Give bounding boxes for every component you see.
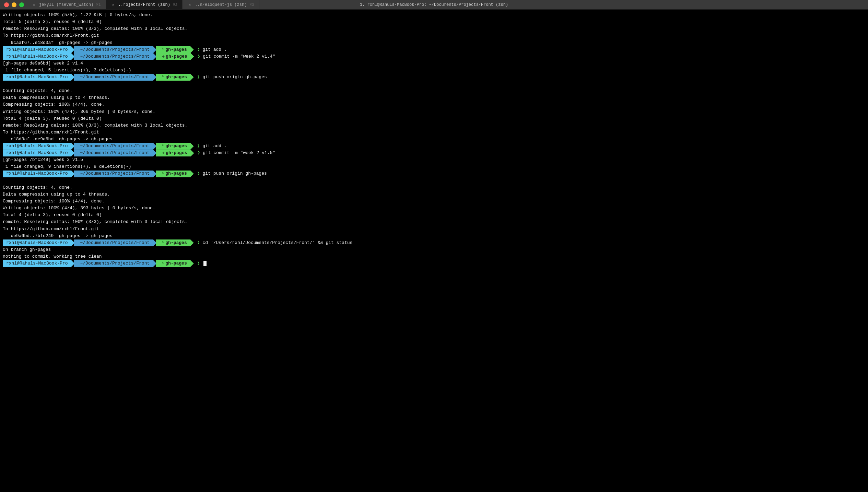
tab-tab2[interactable]: ✕..rojects/Front (zsh)⌘2 [106,0,183,9]
arrow-segment: ❯ [195,74,202,81]
arrow-segment: ❯ [195,239,202,246]
user-host-segment: rxhl@Rahuls-MacBook-Pro [3,53,74,60]
fork-icon: ⑂ [162,261,164,267]
branch-segment: ✚ gh-pages [156,53,194,60]
user-host-segment: rxhl@Rahuls-MacBook-Pro [3,239,74,246]
fork-icon: ⑂ [162,47,164,52]
output-line: Delta compression using up to 4 threads. [3,191,865,198]
branch-segment: ⑂ gh-pages [156,260,193,267]
tab-shortcut: ⌘2 [173,2,177,7]
output-line: Compressing objects: 100% (4/4), done. [3,101,865,108]
output-line: 1 file changed, 9 insertions(+), 9 delet… [3,163,865,170]
output-line: Writing objects: 100% (4/4), 393 bytes |… [3,205,865,212]
arrow-segment: ❯ [195,260,202,267]
terminal-body: Writing objects: 100% (5/5), 1.22 KiB | … [0,10,868,492]
fork-icon: ⑂ [162,171,164,177]
path-segment: ~/Documents/Projects/Front [74,239,156,246]
output-line: Total 4 (delta 3), reused 0 (delta 0) [3,115,865,122]
prompt-line: rxhl@Rahuls-MacBook-Pro~/Documents/Proje… [3,260,865,267]
output-line: On branch gh-pages [3,246,865,253]
output-line: Total 4 (delta 3), reused 0 (delta 0) [3,212,865,219]
tab-label: ..rojects/Front (zsh) [118,2,170,7]
tab-shortcut: ⌘1 [96,2,101,7]
output-line: remote: Resolving deltas: 100% (3/3), co… [3,219,865,225]
fork-icon: ⑂ [162,143,164,149]
path-segment: ~/Documents/Projects/Front [74,150,156,156]
prompt-line: rxhl@Rahuls-MacBook-Pro~/Documents/Proje… [3,53,865,60]
user-host-segment: rxhl@Rahuls-MacBook-Pro [3,171,74,177]
output-line: e18d3af..de9a6bd gh-pages -> gh-pages [3,136,865,143]
output-line: To https://github.com/rxhl/Front.git [3,129,865,136]
output-line: nothing to commit, working tree clean [3,253,865,260]
arrow-segment: ❯ [195,171,202,177]
output-line: [gh-pages de9a6bd] week 2 v1.4 [3,60,865,67]
branch-segment: ⑂ gh-pages [156,74,193,81]
blank-line [3,177,865,184]
tabs-container: ✕jekyll (fsevent_watch)⌘1✕..rojects/Fron… [27,0,868,9]
arrow-segment: ❯ [195,143,202,150]
tab-label: jekyll (fsevent_watch) [39,2,93,7]
command-text: git add . [203,143,227,150]
output-line: Counting objects: 4, done. [3,184,865,191]
path-segment: ~/Documents/Projects/Front [74,260,156,267]
close-button[interactable] [4,2,9,7]
user-host-segment: rxhl@Rahuls-MacBook-Pro [3,150,74,156]
tab-close-icon[interactable]: ✕ [187,2,192,7]
arrow-segment: ❯ [195,46,202,53]
command-text: git add . [203,46,227,53]
branch-segment: ⑂ gh-pages [156,239,193,246]
fork-icon: ⑂ [162,240,164,246]
output-line: Compressing objects: 100% (4/4), done. [3,198,865,205]
branch-segment: ⑂ gh-pages [156,46,193,53]
output-line: Writing objects: 100% (4/4), 366 bytes |… [3,108,865,115]
user-host-segment: rxhl@Rahuls-MacBook-Pro [3,260,74,267]
plus-icon: ✚ [162,53,165,60]
tab-close-icon[interactable]: ✕ [111,2,116,7]
output-line: [gh-pages 7bfc249] week 2 v1.5 [3,156,865,163]
tab-tab3[interactable]: ✕..n/eloquent-js (zsh)⌘3 [183,0,259,9]
command-text: git push origin gh-pages [203,74,267,81]
user-host-segment: rxhl@Rahuls-MacBook-Pro [3,74,74,81]
path-segment: ~/Documents/Projects/Front [74,74,156,81]
output-line: Delta compression using up to 4 threads. [3,94,865,101]
maximize-button[interactable] [19,2,24,7]
prompt-line: rxhl@Rahuls-MacBook-Pro~/Documents/Proje… [3,74,865,81]
tab-tab1[interactable]: ✕jekyll (fsevent_watch)⌘1 [27,0,106,9]
path-segment: ~/Documents/Projects/Front [74,171,156,177]
path-segment: ~/Documents/Projects/Front [74,143,156,150]
prompt-line: rxhl@Rahuls-MacBook-Pro~/Documents/Proje… [3,239,865,246]
branch-segment: ✚ gh-pages [156,150,194,156]
command-text: git push origin gh-pages [203,170,267,177]
output-line: Total 5 (delta 3), reused 0 (delta 0) [3,19,865,25]
arrow-segment: ❯ [196,53,202,60]
user-host-segment: rxhl@Rahuls-MacBook-Pro [3,143,74,150]
prompt-line: rxhl@Rahuls-MacBook-Pro~/Documents/Proje… [3,46,865,53]
path-segment: ~/Documents/Projects/Front [74,53,156,60]
output-line: 9caaf67..e18d3af gh-pages -> gh-pages [3,39,865,46]
output-line: de9a6bd..7bfc249 gh-pages -> gh-pages [3,233,865,239]
branch-segment: ⑂ gh-pages [156,171,193,177]
prompt-line: rxhl@Rahuls-MacBook-Pro~/Documents/Proje… [3,150,865,156]
command-text: cd '/Users/rxhl/Documents/Projects/Front… [203,239,353,246]
user-host-segment: rxhl@Rahuls-MacBook-Pro [3,46,74,53]
fork-icon: ⑂ [162,74,164,80]
plus-icon: ✚ [162,150,165,156]
tab-close-icon[interactable]: ✕ [32,2,36,7]
titlebar: ✕jekyll (fsevent_watch)⌘1✕..rojects/Fron… [0,0,868,10]
output-line: remote: Resolving deltas: 100% (3/3), co… [3,25,865,32]
arrow-segment: ❯ [196,150,202,156]
command-text: git commit -m "week 2 v1.5" [203,150,275,156]
tab-shortcut: ⌘3 [249,2,254,7]
output-line: Counting objects: 4, done. [3,87,865,94]
path-segment: ~/Documents/Projects/Front [74,46,156,53]
blank-line [3,81,865,87]
prompt-line: rxhl@Rahuls-MacBook-Pro~/Documents/Proje… [3,143,865,150]
branch-segment: ⑂ gh-pages [156,143,193,150]
minimize-button[interactable] [12,2,16,7]
output-line: To https://github.com/rxhl/Front.git [3,32,865,39]
traffic-lights[interactable] [0,2,24,7]
prompt-line: rxhl@Rahuls-MacBook-Pro~/Documents/Proje… [3,171,865,177]
tab-label: ..n/eloquent-js (zsh) [195,2,247,7]
output-line: Writing objects: 100% (5/5), 1.22 KiB | … [3,12,865,19]
output-line: To https://github.com/rxhl/Front.git [3,226,865,233]
